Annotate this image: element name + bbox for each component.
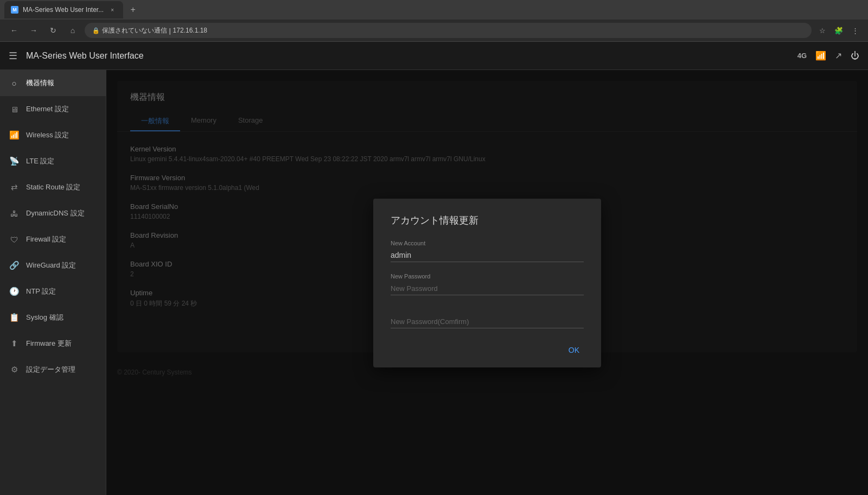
logout-icon[interactable]: ⏻ <box>851 51 859 61</box>
new-tab-button[interactable]: + <box>125 2 141 17</box>
ok-button[interactable]: OK <box>564 344 584 357</box>
sidebar-label-wireguard: WireGuard 設定 <box>26 261 76 270</box>
browser-chrome: M MA-Series Web User Inter... × + ← → ↻ … <box>0 0 868 42</box>
account-update-modal: アカウント情報更新 New Account New Password x <box>373 199 601 367</box>
address-url: 172.16.1.18 <box>173 27 207 34</box>
address-prefix: 保護されていない通信 <box>102 26 167 35</box>
back-button[interactable]: ← <box>7 23 22 38</box>
new-password-label: New Password <box>391 273 584 280</box>
sidebar-label-config-data: 設定データ管理 <box>26 365 75 375</box>
lock-icon: 🔒 <box>92 27 100 34</box>
sidebar-label-ethernet: Ethernet 設定 <box>26 104 69 114</box>
tab-bar: M MA-Series Web User Inter... × + <box>0 0 868 20</box>
new-account-label: New Account <box>391 240 584 246</box>
sidebar-item-lte[interactable]: 📡 LTE 設定 <box>0 148 106 174</box>
share-icon[interactable]: ↗ <box>835 50 842 61</box>
hamburger-menu[interactable]: ☰ <box>9 50 17 62</box>
lte-icon: 📡 <box>9 156 20 167</box>
new-password-group: New Password <box>391 273 584 295</box>
app-header: ☰ MA-Series Web User Interface 4G 📶 ↗ ⏻ <box>0 42 868 70</box>
content-area: 機器情報 一般情報 Memory Storage Kernel Version … <box>106 70 868 495</box>
sidebar-label-syslog: Syslog 確認 <box>26 313 63 322</box>
tab-title: MA-Series Web User Inter... <box>23 6 104 14</box>
extensions-icon[interactable]: 🧩 <box>832 24 845 37</box>
tab-close-button[interactable]: × <box>108 5 117 14</box>
tab-favicon: M <box>11 6 18 14</box>
wireless-icon: 📶 <box>9 130 20 141</box>
sidebar-item-ntp[interactable]: 🕐 NTP 設定 <box>0 278 106 304</box>
sidebar-item-wireless[interactable]: 📶 Wireless 設定 <box>0 122 106 148</box>
sidebar-item-firewall[interactable]: 🛡 Firewall 設定 <box>0 226 106 252</box>
refresh-button[interactable]: ↻ <box>46 23 61 38</box>
bookmark-icon[interactable]: ☆ <box>816 24 829 37</box>
sidebar-item-static-route[interactable]: ⇄ Static Route 設定 <box>0 174 106 200</box>
new-account-group: New Account <box>391 240 584 262</box>
new-password-input[interactable] <box>391 282 584 295</box>
4g-indicator: 4G <box>797 52 807 60</box>
sidebar-label-wireless: Wireless 設定 <box>26 130 69 140</box>
sidebar-label-dynamic-dns: DynamicDNS 設定 <box>26 208 85 218</box>
sidebar-item-firmware[interactable]: ⬆ Firmware 更新 <box>0 331 106 357</box>
modal-overlay: アカウント情報更新 New Account New Password x <box>106 70 868 495</box>
app: ☰ MA-Series Web User Interface 4G 📶 ↗ ⏻ … <box>0 42 868 495</box>
home-button[interactable]: ⌂ <box>65 23 80 38</box>
sidebar: ○ 機器情報 🖥 Ethernet 設定 📶 Wireless 設定 📡 LTE… <box>0 70 106 495</box>
syslog-icon: 📋 <box>9 312 20 323</box>
modal-title: アカウント情報更新 <box>391 214 584 227</box>
config-data-icon: ⚙ <box>9 364 20 375</box>
address-bar: ← → ↻ ⌂ 🔒 保護されていない通信 | 172.16.1.18 ☆ 🧩 ⋮ <box>0 20 868 41</box>
forward-button[interactable]: → <box>26 23 41 38</box>
modal-actions: OK <box>391 339 584 357</box>
new-password-confirm-input[interactable] <box>391 315 584 328</box>
menu-icon[interactable]: ⋮ <box>848 24 861 37</box>
ntp-icon: 🕐 <box>9 286 20 297</box>
header-right: 4G 📶 ↗ ⏻ <box>797 50 859 61</box>
app-title: MA-Series Web User Interface <box>26 51 144 61</box>
sidebar-label-device-info: 機器情報 <box>26 78 54 88</box>
signal-icon: 📶 <box>815 50 826 61</box>
device-info-icon: ○ <box>9 78 20 88</box>
firewall-icon: 🛡 <box>9 234 20 245</box>
main-area: ○ 機器情報 🖥 Ethernet 設定 📶 Wireless 設定 📡 LTE… <box>0 70 868 495</box>
sidebar-item-config-data[interactable]: ⚙ 設定データ管理 <box>0 357 106 383</box>
sidebar-item-syslog[interactable]: 📋 Syslog 確認 <box>0 304 106 331</box>
firmware-icon: ⬆ <box>9 338 20 349</box>
sidebar-item-dynamic-dns[interactable]: 🖧 DynamicDNS 設定 <box>0 200 106 226</box>
sidebar-item-wireguard[interactable]: 🔗 WireGuard 設定 <box>0 252 106 278</box>
sidebar-label-firewall: Firewall 設定 <box>26 234 66 244</box>
static-route-icon: ⇄ <box>9 182 20 193</box>
sidebar-label-firmware: Firmware 更新 <box>26 339 72 348</box>
new-account-input[interactable] <box>391 249 584 262</box>
dynamic-dns-icon: 🖧 <box>9 208 20 219</box>
sidebar-item-device-info[interactable]: ○ 機器情報 <box>0 70 106 96</box>
sidebar-item-ethernet[interactable]: 🖥 Ethernet 設定 <box>0 96 106 122</box>
new-password-confirm-group: x <box>391 306 584 328</box>
browser-tab[interactable]: M MA-Series Web User Inter... × <box>4 1 123 18</box>
sidebar-label-lte: LTE 設定 <box>26 156 55 166</box>
address-input[interactable]: 🔒 保護されていない通信 | 172.16.1.18 <box>85 23 812 38</box>
ethernet-icon: 🖥 <box>9 104 20 115</box>
sidebar-label-ntp: NTP 設定 <box>26 287 56 296</box>
sidebar-label-static-route: Static Route 設定 <box>26 182 80 192</box>
browser-actions: ☆ 🧩 ⋮ <box>816 24 861 37</box>
wireguard-icon: 🔗 <box>9 260 20 271</box>
